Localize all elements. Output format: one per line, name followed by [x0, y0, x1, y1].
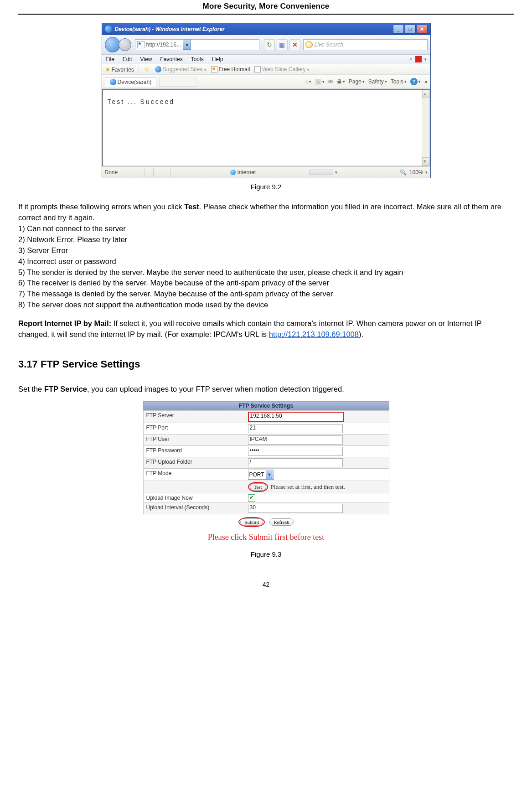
ftp-password-input[interactable]: ••••• — [248, 447, 343, 456]
page-number: 42 — [18, 581, 514, 588]
stop-button[interactable]: ✕ — [289, 39, 300, 50]
close-x-icon[interactable]: × — [409, 56, 412, 62]
error-item: 7) The message is denied by the server. … — [18, 290, 333, 298]
zoom-value: 100% — [409, 169, 424, 176]
ftp-user-input[interactable]: IPCAM — [248, 435, 343, 445]
ftp-port-label: FTP Port — [144, 423, 245, 434]
ftp-server-input[interactable]: 192.168.1.50 — [248, 412, 344, 422]
ftp-server-label: FTP Server — [144, 411, 245, 423]
new-tab-button[interactable] — [159, 77, 196, 87]
compat-button[interactable]: ▦ — [277, 39, 288, 50]
search-box[interactable]: Live Search — [303, 39, 428, 50]
window-title-text: Device(sarah) - Windows Internet Explore… — [115, 26, 225, 32]
ie-small-icon — [155, 66, 161, 72]
page-small-icon — [254, 66, 261, 72]
submit-highlight-ring: Submit — [238, 517, 265, 527]
button-row: Submit Refresh — [143, 514, 389, 530]
flag-dropdown-icon[interactable]: ▾ — [424, 57, 427, 62]
example-url-link[interactable]: http://121.213.109.69:1008 — [269, 330, 359, 338]
ftp-intro-paragraph: Set the FTP Service, you can upload imag… — [18, 384, 514, 395]
error-item: 8) The server does not support the authe… — [18, 300, 268, 309]
protected-mode[interactable]: ▾ — [310, 170, 337, 175]
home-button[interactable]: ⌂▾ — [305, 78, 311, 85]
error-item: 6) The receiver is denied by the server.… — [18, 279, 329, 287]
figure-caption-92: Figure 9.2 — [18, 183, 514, 191]
test-result-text: Test ... Succeed — [108, 98, 175, 105]
ftp-mode-label: FTP Mode — [144, 469, 245, 481]
test-button[interactable]: Test — [250, 483, 266, 491]
menu-view[interactable]: View — [140, 56, 152, 62]
free-hotmail-link[interactable]: Free Hotmail — [211, 66, 250, 73]
ftp-panel-title: FTP Service Settings — [143, 401, 389, 410]
tab-bar: Device(sarah) ⌂▾ ∿▾ ✉ 🖶▾ Page▾ Safety▾ T… — [102, 75, 430, 89]
window-titlebar: Device(sarah) - Windows Internet Explore… — [102, 23, 430, 35]
zoom-control[interactable]: 🔍 100% ▾ — [400, 169, 428, 176]
forward-button[interactable]: → — [119, 38, 131, 51]
scroll-down-icon[interactable]: ▼ — [422, 157, 429, 166]
search-icon — [305, 41, 313, 48]
address-dropdown-icon[interactable]: ▼ — [183, 40, 191, 50]
globe-icon — [230, 170, 236, 175]
page-small-icon — [211, 66, 217, 72]
feeds-button[interactable]: ∿▾ — [315, 79, 325, 85]
back-button[interactable]: ← — [105, 37, 120, 52]
menu-file[interactable]: File — [106, 56, 114, 62]
upload-now-checkbox[interactable]: ✔ — [248, 494, 255, 502]
favorites-button[interactable]: ★Favorites — [105, 66, 134, 73]
search-placeholder: Live Search — [315, 41, 343, 48]
more-chevron-icon[interactable]: » — [424, 78, 428, 85]
suggested-sites-link[interactable]: Suggested Sites ▾ — [155, 66, 207, 73]
address-bar[interactable]: http://192.16... ▼ — [135, 39, 259, 50]
maximize-button[interactable]: □ — [405, 25, 416, 34]
separator — [139, 66, 139, 73]
section-heading-317: 3.17 FTP Service Settings — [18, 358, 514, 370]
browser-tab[interactable]: Device(sarah) — [105, 77, 157, 87]
add-fav-icon[interactable]: ☆ — [144, 66, 150, 73]
error-item: 4) Incorrect user or password — [18, 257, 116, 265]
menu-edit[interactable]: Edit — [123, 56, 132, 62]
upload-interval-input[interactable]: 30 — [248, 504, 343, 513]
printer-icon: 🖶 — [336, 78, 342, 85]
status-zone: Internet — [230, 169, 256, 176]
submit-button[interactable]: Submit — [240, 518, 263, 526]
tools-menu[interactable]: Tools▾ — [391, 78, 407, 85]
refresh-button[interactable]: ↻ — [264, 39, 275, 50]
print-button[interactable]: 🖶▾ — [336, 78, 345, 85]
error-item: 3) Server Error — [18, 246, 68, 254]
ie-logo-icon — [105, 26, 112, 33]
submit-first-note: Please click Submit first before test — [18, 533, 514, 542]
ftp-port-input[interactable]: 21 — [248, 424, 343, 433]
web-slice-link[interactable]: Web Slice Gallery ▾ — [254, 66, 310, 73]
select-dropdown-icon: ▼ — [266, 470, 273, 479]
zoom-icon: 🔍 — [400, 169, 407, 176]
safety-menu[interactable]: Safety▾ — [368, 78, 387, 85]
page-menu[interactable]: Page▾ — [349, 78, 365, 85]
ftp-mode-select[interactable]: PORT ▼ — [248, 470, 274, 480]
ie-window: Device(sarah) - Windows Internet Explore… — [102, 23, 431, 178]
address-text: http://192.16... — [146, 41, 181, 48]
ftp-password-label: FTP Password — [144, 446, 245, 457]
close-button[interactable]: ✕ — [417, 25, 428, 34]
mail-icon: ✉ — [328, 78, 333, 85]
menu-bar: File Edit View Favorites Tools Help × ▾ — [102, 55, 430, 64]
read-mail-button[interactable]: ✉ — [328, 78, 333, 85]
ie-small-icon — [110, 79, 116, 85]
rss-icon: ∿ — [315, 79, 321, 85]
menu-tools[interactable]: Tools — [191, 56, 204, 62]
status-done: Done — [105, 169, 128, 176]
minimize-button[interactable]: _ — [393, 25, 404, 34]
refresh-button[interactable]: Refresh — [269, 518, 293, 526]
empty-label — [144, 481, 245, 493]
ftp-user-label: FTP User — [144, 435, 245, 445]
error-item: 1) Can not connect to the server — [18, 224, 126, 233]
flag-icon[interactable] — [415, 56, 422, 62]
vertical-scrollbar[interactable]: ▲ ▼ — [422, 90, 429, 166]
scroll-up-icon[interactable]: ▲ — [422, 90, 429, 98]
menu-help[interactable]: Help — [212, 56, 223, 62]
nav-bar: ← → http://192.16... ▼ ↻ ▦ ✕ Live Search — [102, 35, 430, 55]
menu-favorites[interactable]: Favorites — [160, 56, 182, 62]
ftp-folder-label: FTP Upload Folder — [144, 457, 245, 468]
help-button[interactable]: ?▾ — [410, 78, 421, 85]
test-highlight-ring: Test — [248, 482, 268, 492]
ftp-folder-input[interactable]: / — [248, 458, 343, 467]
